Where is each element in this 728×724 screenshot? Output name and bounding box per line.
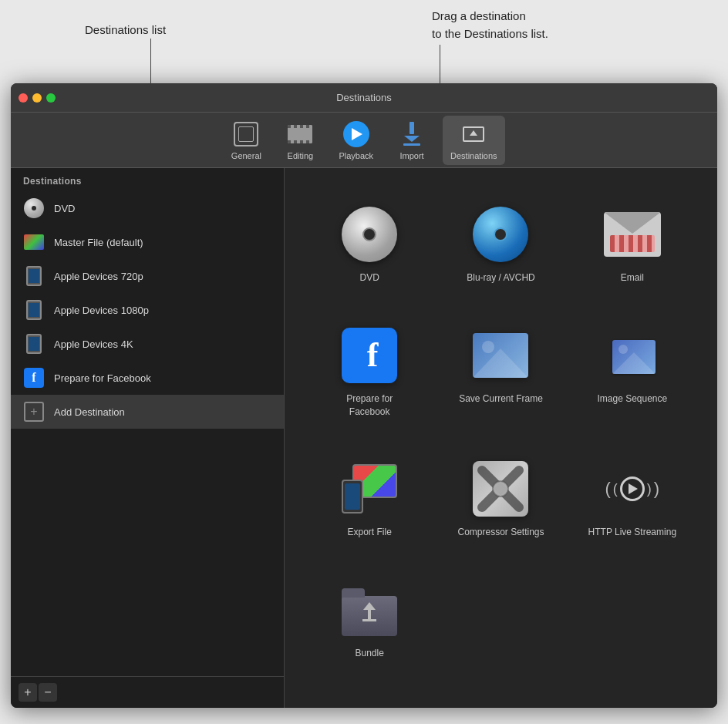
general-icon	[232, 120, 260, 148]
sidebar-item-add-destination[interactable]: + Add Destination	[11, 395, 284, 429]
close-button[interactable]	[19, 93, 28, 103]
compressor-dest-label: Compressor Settings	[457, 526, 544, 539]
dest-hls[interactable]: ( ( ) ) HTTP Live Streaming	[571, 446, 694, 551]
sidebar-footer: + −	[11, 676, 284, 708]
facebook-large-icon: f	[339, 325, 400, 386]
bluray-dest-label: Blu-ray / AVCHD	[467, 271, 534, 285]
sidebar: Destinations DVD Master File (default)	[11, 168, 285, 708]
dest-facebook[interactable]: f Prepare for Facebook	[308, 312, 431, 431]
facebook-dest-label: Prepare for Facebook	[346, 392, 393, 419]
svg-marker-2	[612, 352, 656, 374]
image-seq-dest-label: Image Sequence	[597, 392, 667, 406]
main-panel: DVD Blu-ray / AVCHD	[285, 168, 717, 708]
dest-bluray[interactable]: Blu-ray / AVCHD	[439, 191, 562, 297]
dvd-dest-label: DVD	[359, 271, 379, 285]
save-frame-dest-label: Save Current Frame	[459, 392, 543, 406]
add-destination-btn[interactable]: +	[19, 683, 37, 702]
hls-large-icon: ( ( ) )	[602, 458, 663, 520]
bundle-dest-label: Bundle	[355, 647, 383, 660]
sidebar-item-masterfile[interactable]: Master File (default)	[11, 225, 284, 259]
playback-label: Playback	[339, 151, 373, 160]
traffic-lights	[19, 93, 56, 103]
sidebar-item-apple720[interactable]: Apple Devices 720p	[11, 259, 284, 293]
dvd-label: DVD	[54, 203, 75, 214]
image-seq-large-icon	[602, 325, 663, 386]
hls-dest-label: HTTP Live Streaming	[588, 526, 677, 539]
svg-point-1	[482, 341, 494, 353]
hls-play-btn	[620, 476, 645, 501]
remove-destination-btn[interactable]: −	[39, 683, 57, 702]
import-icon	[398, 120, 426, 148]
email-large-icon	[602, 204, 663, 265]
general-label: General	[231, 151, 261, 160]
sidebar-header: Destinations	[11, 168, 284, 191]
add-dest-label: Add Destination	[54, 406, 125, 418]
import-label: Import	[399, 151, 423, 160]
facebook-label: Prepare for Facebook	[54, 372, 151, 384]
sidebar-list: DVD Master File (default) Apple Devices …	[11, 191, 284, 676]
email-dest-label: Email	[621, 271, 644, 285]
destinations-grid: DVD Blu-ray / AVCHD	[300, 184, 702, 680]
export-large-icon	[339, 458, 400, 520]
dest-image-seq[interactable]: Image Sequence	[571, 312, 694, 431]
compressor-large-icon	[470, 458, 531, 520]
svg-marker-0	[473, 349, 528, 378]
drag-annotation: Drag a destination to the Destinations l…	[432, 8, 548, 42]
window-title: Destinations	[336, 92, 392, 103]
apple720-icon	[23, 265, 45, 287]
toolbar-playback-btn[interactable]: Playback	[331, 116, 381, 165]
dest-compressor[interactable]: Compressor Settings	[439, 446, 562, 551]
toolbar-import-btn[interactable]: Import	[389, 116, 435, 165]
export-dest-label: Export File	[347, 526, 391, 539]
sidebar-item-facebook[interactable]: f Prepare for Facebook	[11, 361, 284, 395]
main-window: Destinations General Editing Playback	[11, 83, 717, 708]
dest-save-frame[interactable]: Save Current Frame	[439, 312, 562, 431]
ann-line-v1	[150, 39, 151, 85]
destinations-icon	[460, 120, 487, 148]
apple1080-label: Apple Devices 1080p	[54, 305, 149, 316]
toolbar-general-btn[interactable]: General	[223, 116, 269, 165]
toolbar-destinations-btn[interactable]: Destinations	[443, 116, 505, 165]
sidebar-item-apple1080[interactable]: Apple Devices 1080p	[11, 293, 284, 327]
masterfile-label: Master File (default)	[54, 237, 143, 248]
toolbar-editing-btn[interactable]: Editing	[277, 116, 323, 165]
dest-email[interactable]: Email	[571, 191, 694, 297]
sidebar-item-apple4k[interactable]: Apple Devices 4K	[11, 327, 284, 361]
bundle-large-icon	[339, 579, 400, 641]
playback-icon	[342, 120, 370, 148]
svg-point-3	[618, 345, 628, 354]
apple4k-label: Apple Devices 4K	[54, 338, 133, 350]
destinations-label: Destinations	[450, 151, 497, 160]
save-frame-large-icon	[470, 325, 531, 386]
apple720-label: Apple Devices 720p	[54, 271, 143, 282]
dest-bundle[interactable]: Bundle	[308, 567, 431, 672]
destinations-list-annotation: Destinations list	[85, 22, 166, 38]
maximize-button[interactable]	[46, 93, 56, 103]
dvd-large-icon	[339, 204, 400, 265]
sidebar-item-dvd[interactable]: DVD	[11, 191, 284, 225]
minimize-button[interactable]	[32, 93, 42, 103]
toolbar: General Editing Playback	[11, 113, 717, 168]
dvd-sm-icon	[23, 197, 45, 219]
add-dest-icon: +	[23, 401, 45, 423]
fb-sm-icon: f	[23, 367, 45, 389]
bluray-large-icon	[470, 204, 531, 265]
editing-label: Editing	[288, 151, 314, 160]
masterfile-sm-icon	[23, 231, 45, 253]
dest-export[interactable]: Export File	[308, 446, 431, 551]
ann-line-v2	[440, 45, 440, 85]
editing-icon	[286, 120, 314, 148]
apple1080-icon	[23, 299, 45, 321]
content-area: Destinations DVD Master File (default)	[11, 168, 717, 708]
dest-dvd[interactable]: DVD	[308, 191, 431, 297]
titlebar: Destinations	[11, 83, 717, 113]
svg-point-6	[493, 481, 508, 497]
apple4k-icon	[23, 333, 45, 355]
hls-waves: ( ( ) )	[605, 476, 659, 501]
